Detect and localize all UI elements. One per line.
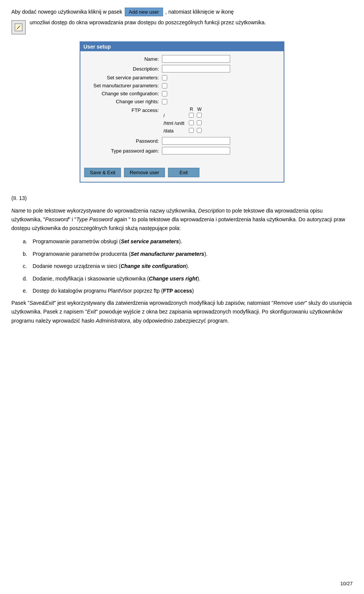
list-text-e: Dostęp do katalogów programu PlantVisor … bbox=[33, 287, 194, 295]
intro-line-1: Aby dodać nowego użytkownika kliknij w p… bbox=[11, 8, 353, 16]
user-rights-label: Change user rights: bbox=[86, 99, 162, 104]
ftp-path-html: /html /unitt bbox=[162, 120, 187, 127]
list-text-a: Programowanie parametrów obsługi (Set se… bbox=[33, 237, 182, 246]
bold-ftp: FTP access bbox=[163, 288, 192, 294]
name-input[interactable] bbox=[162, 55, 230, 63]
ftp-section: FTP access: R W / /html bbox=[86, 107, 278, 135]
description-label: Description: bbox=[86, 66, 162, 72]
list-label-e: e. bbox=[23, 287, 30, 295]
list-item-c: c. Dodanie nowego urządzenia w sieci (Ch… bbox=[23, 262, 353, 270]
bold-italic-d: Change users right bbox=[149, 276, 198, 282]
description-row: Description: bbox=[86, 65, 278, 72]
remove-user-italic: Remove user bbox=[273, 300, 305, 306]
service-params-checkbox[interactable] bbox=[162, 75, 167, 80]
list-text-c: Dodanie nowego urządzenia w sieci (Chang… bbox=[33, 262, 189, 270]
ftp-row-html: /html /unitt bbox=[162, 120, 203, 127]
description-input[interactable] bbox=[162, 65, 230, 72]
buttons-row: Save & Exit Remove user Exit bbox=[80, 168, 284, 177]
ftp-path-root: / bbox=[162, 112, 187, 120]
intro-text-after: , natomiast kliknięcie w ikonę bbox=[165, 8, 234, 16]
user-rights-checkbox[interactable] bbox=[162, 99, 167, 104]
user-rights-row: Change user rights: bbox=[86, 99, 278, 104]
add-new-user-button[interactable]: Add new user bbox=[125, 8, 163, 16]
section-number: (II. 13) bbox=[11, 194, 353, 203]
main-content: (II. 13) Name to pole tekstowe wykorzyst… bbox=[11, 194, 353, 325]
manufacturer-params-checkbox[interactable] bbox=[162, 83, 167, 88]
ftp-data-w bbox=[195, 127, 203, 135]
ftp-html-r bbox=[187, 120, 195, 127]
intro-text-2: umozliwi dostęp do okna wprowadzania pra… bbox=[30, 19, 353, 27]
list-container: a. Programowanie parametrów obsługi (Set… bbox=[23, 237, 353, 295]
ftp-w-header: W bbox=[195, 107, 203, 112]
name-row: Name: bbox=[86, 55, 278, 63]
list-label-b: b. bbox=[23, 250, 30, 258]
save-exit-button[interactable]: Save & Exit bbox=[84, 168, 121, 177]
bold-italic-a: Set service parameters bbox=[121, 238, 179, 244]
list-text-d: Dodanie, modyfikacja i skasowanie użytko… bbox=[33, 274, 201, 283]
manufacturer-params-row: Set manufacturer parameters: bbox=[86, 83, 278, 88]
bold-italic-b: Set manufacturer parameters bbox=[130, 251, 204, 257]
ftp-r-header: R bbox=[187, 107, 195, 112]
ftp-root-w-checkbox[interactable] bbox=[197, 113, 202, 118]
list-item-d: d. Dodanie, modyfikacja i skasowanie uży… bbox=[23, 274, 353, 283]
exit-button[interactable]: Exit bbox=[168, 168, 200, 177]
paragraph-2: Pasek "Save&Exit" jest wykorzystywany dl… bbox=[11, 299, 353, 325]
list-label-d: d. bbox=[23, 274, 30, 283]
bold-italic-c: Change site configuration bbox=[121, 263, 186, 269]
user-setup-title: User setup bbox=[80, 42, 284, 51]
name-label: Name: bbox=[86, 56, 162, 62]
ftp-row-data: /data bbox=[162, 127, 203, 135]
ftp-html-r-checkbox[interactable] bbox=[189, 120, 194, 125]
exit-italic: Exit bbox=[87, 309, 96, 315]
administrator-italic: Administratora bbox=[96, 318, 130, 324]
ftp-root-r-checkbox[interactable] bbox=[189, 113, 194, 118]
manufacturer-params-label: Set manufacturer parameters: bbox=[86, 83, 162, 88]
list-text-b: Programowanie parametrów producenta (Set… bbox=[33, 250, 207, 258]
service-params-row: Set service parameters: bbox=[86, 75, 278, 80]
ftp-path-data: /data bbox=[162, 127, 187, 135]
service-params-label: Set service parameters: bbox=[86, 75, 162, 80]
ftp-label: FTP access: bbox=[86, 107, 162, 113]
name-text: Name to pole tekstowe wykorzystywane do … bbox=[11, 208, 345, 231]
ftp-root-r bbox=[187, 112, 195, 120]
intro-line-2: umozliwi dostęp do okna wprowadzania pra… bbox=[11, 19, 353, 35]
ftp-html-w-checkbox[interactable] bbox=[197, 120, 202, 125]
user-setup-body: Name: Description: Set service parameter… bbox=[80, 51, 284, 162]
site-config-row: Change site configuration: bbox=[86, 91, 278, 96]
paragraph-1: Name to pole tekstowe wykorzystywane do … bbox=[11, 206, 353, 233]
ftp-path-header bbox=[162, 107, 187, 112]
list-item-e: e. Dostęp do katalogów programu PlantVis… bbox=[23, 287, 353, 295]
intro-text-before: Aby dodać nowego użytkownika kliknij w p… bbox=[11, 8, 122, 16]
user-setup-dialog: User setup Name: Description: Set servic… bbox=[80, 41, 284, 183]
ftp-table: R W / /html /unitt bbox=[162, 107, 203, 135]
password-input[interactable] bbox=[162, 137, 230, 145]
ftp-data-r bbox=[187, 127, 195, 135]
ftp-root-w bbox=[195, 112, 203, 120]
password-row: Password: bbox=[86, 137, 278, 145]
save-exit-italic: Save&Exit bbox=[30, 300, 54, 306]
edit-icon bbox=[11, 20, 26, 35]
list-item-b: b. Programowanie parametrów producenta (… bbox=[23, 250, 353, 258]
intro-section: Aby dodać nowego użytkownika kliknij w p… bbox=[11, 8, 353, 35]
ftp-html-w bbox=[195, 120, 203, 127]
site-config-label: Change site configuration: bbox=[86, 91, 162, 96]
password-again-input[interactable] bbox=[162, 147, 230, 154]
password-again-row: Type password again: bbox=[86, 147, 278, 154]
ftp-data-w-checkbox[interactable] bbox=[197, 128, 202, 133]
ftp-data-r-checkbox[interactable] bbox=[189, 128, 194, 133]
password-label: Password: bbox=[86, 138, 162, 144]
password-again-label: Type password again: bbox=[86, 148, 162, 154]
list-item-a: a. Programowanie parametrów obsługi (Set… bbox=[23, 237, 353, 246]
remove-user-button[interactable]: Remove user bbox=[124, 168, 165, 177]
page-number: 10/27 bbox=[340, 581, 353, 586]
list-label-a: a. bbox=[23, 237, 30, 246]
site-config-checkbox[interactable] bbox=[162, 91, 167, 96]
ftp-row-root: / bbox=[162, 112, 203, 120]
list-label-c: c. bbox=[23, 262, 30, 270]
